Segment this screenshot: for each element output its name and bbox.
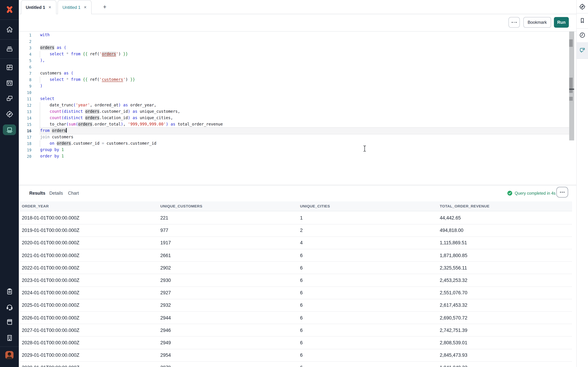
table-cell: 2932 — [160, 303, 300, 308]
table-cell: 6 — [300, 303, 440, 308]
code-line-9[interactable]: 9) — [19, 83, 576, 89]
code-line-4[interactable]: 4 select * from {{ ref('orders') }} — [19, 51, 576, 57]
column-header[interactable]: TOTAL_ORDER_REVENUE — [440, 204, 572, 208]
table-cell: 2954 — [160, 352, 300, 358]
code-text: order by 1 — [40, 153, 64, 159]
table-cell: 494,818.00 — [440, 228, 572, 233]
scrollbar-thumb[interactable] — [569, 77, 573, 93]
close-icon[interactable]: ✕ — [84, 6, 87, 9]
indent-guide — [40, 51, 40, 57]
more-options-button[interactable] — [509, 17, 520, 28]
archive-icon[interactable] — [6, 45, 13, 53]
code-line-16[interactable]: 16from orders — [19, 127, 576, 134]
line-number: 13 — [19, 108, 31, 115]
table-header: ORDER_YEARUNIQUE_CUSTOMERSUNIQUE_CITIEST… — [20, 201, 572, 211]
history-clock-icon[interactable] — [579, 32, 586, 39]
close-icon[interactable]: ✕ — [48, 6, 51, 9]
user-avatar[interactable] — [5, 351, 14, 359]
code-line-6[interactable]: 6 — [19, 64, 576, 70]
line-number: 16 — [19, 127, 31, 134]
ellipsis-icon — [512, 22, 517, 23]
code-line-20[interactable]: 20order by 1 — [19, 153, 576, 159]
table-cell: 6 — [300, 290, 440, 295]
table-cell: 6 — [300, 365, 440, 367]
new-tab-button[interactable]: + — [100, 0, 110, 14]
code-text: count(distinct orders.location_id) as un… — [40, 115, 173, 121]
headset-icon[interactable] — [6, 303, 13, 311]
building-icon[interactable] — [6, 334, 13, 342]
table-cell: 977 — [160, 228, 300, 233]
table-row[interactable]: 2027-01-01T00:00:00.000Z294662,742,751.3… — [20, 324, 572, 336]
tab-untitled-1[interactable]: Untitled 1 ✕ — [21, 0, 56, 14]
bookmark-button[interactable]: Bookmark — [523, 17, 551, 28]
code-line-12[interactable]: 12 date_trunc('year', ordered_at) as ord… — [19, 102, 576, 108]
tab-chart[interactable]: Chart — [68, 185, 79, 201]
indent-guide — [40, 115, 40, 121]
table-cell: 2927 — [160, 290, 300, 295]
tab-details[interactable]: Details — [49, 185, 63, 201]
table-row[interactable]: 2023-01-01T00:00:00.000Z293062,453,253.3… — [20, 274, 572, 287]
line-number: 8 — [19, 76, 31, 83]
code-text: with — [40, 32, 50, 38]
hex-logo[interactable] — [6, 6, 13, 14]
column-header[interactable]: ORDER_YEAR — [22, 204, 160, 208]
table-row[interactable]: 2028-01-01T00:00:00.000Z294962,808,539.0… — [20, 337, 572, 349]
sql-editor[interactable]: 1with23orders as (4 select * from {{ ref… — [19, 32, 576, 184]
code-line-11[interactable]: 11select — [19, 96, 576, 102]
table-row[interactable]: 2025-01-01T00:00:00.000Z293262,617,453.3… — [20, 299, 572, 312]
code-text: ), — [40, 57, 45, 64]
line-number: 7 — [19, 70, 31, 76]
table-cell: 2,617,453.32 — [440, 303, 572, 308]
table-cell: 6 — [300, 278, 440, 283]
table-cell: 2022-01-01T00:00:00.000Z — [22, 265, 160, 271]
table-row[interactable]: 2026-01-01T00:00:00.000Z294462,690,570.7… — [20, 312, 572, 324]
code-line-1[interactable]: 1with — [19, 32, 576, 38]
table-row[interactable]: 2029-01-01T00:00:00.000Z295462,845,473.9… — [20, 349, 572, 361]
clipboard-icon[interactable] — [6, 288, 13, 295]
compass-icon[interactable] — [579, 3, 586, 10]
grid-icon[interactable] — [6, 63, 13, 71]
tab-bar: Untitled 1 ✕ Untitled 1 ✕ + — [19, 0, 576, 14]
table-row[interactable]: 2024-01-01T00:00:00.000Z292762,551,076.7… — [20, 287, 572, 299]
tab-untitled-2[interactable]: Untitled 1 ✕ — [58, 0, 92, 14]
table-cell: 2946 — [160, 328, 300, 333]
compass-icon[interactable] — [6, 110, 13, 118]
tab-results[interactable]: Results — [29, 185, 45, 201]
table-cell: 2930 — [160, 278, 300, 283]
code-line-14[interactable]: 14 count(distinct orders.location_id) as… — [19, 115, 576, 121]
code-line-8[interactable]: 8 select * from {{ ref('customers') }} — [19, 76, 576, 83]
tab-label: Untitled 1 — [62, 5, 80, 10]
code-line-5[interactable]: 5), — [19, 57, 576, 64]
code-line-10[interactable]: 10 — [19, 89, 576, 96]
code-line-15[interactable]: 15 to_char(sum(orders.order_total), '999… — [19, 121, 576, 127]
column-header[interactable]: UNIQUE_CITIES — [300, 204, 440, 208]
table-cell: 6 — [300, 315, 440, 320]
results-more-button[interactable] — [556, 187, 568, 198]
code-line-7[interactable]: 7customers as ( — [19, 70, 576, 76]
ellipsis-icon — [560, 192, 565, 193]
home-icon[interactable] — [6, 25, 13, 33]
code-window-icon[interactable] — [6, 79, 13, 87]
table-row[interactable]: 2020-01-01T00:00:00.000Z191741,115,869.5… — [20, 237, 572, 249]
code-line-19[interactable]: 19group by 1 — [19, 147, 576, 153]
code-line-3[interactable]: 3orders as ( — [19, 44, 576, 51]
column-header[interactable]: UNIQUE_CUSTOMERS — [160, 204, 300, 208]
windows-icon[interactable] — [6, 95, 13, 102]
table-row[interactable]: 2022-01-01T00:00:00.000Z290262,325,556.1… — [20, 262, 572, 274]
code-line-18[interactable]: 18 on orders.customer_id = customers.cus… — [19, 140, 576, 147]
table-row[interactable]: 2030-01-01T00:00:00.000Z287961,841,049.3… — [20, 362, 572, 367]
scrollbar-cursor-marker — [569, 89, 574, 90]
code-line-13[interactable]: 13 count(distinct orders.customer_id) as… — [19, 108, 576, 115]
table-row[interactable]: 2019-01-01T00:00:00.000Z9772494,818.00 — [20, 224, 572, 237]
book-icon[interactable] — [6, 318, 13, 326]
table-cell: 2020-01-01T00:00:00.000Z — [22, 240, 160, 246]
table-row[interactable]: 2021-01-01T00:00:00.000Z266161,871,800.8… — [20, 249, 572, 262]
ai-chat-section[interactable] — [577, 42, 588, 58]
bookmark-icon[interactable] — [579, 17, 586, 24]
table-row[interactable]: 2018-01-01T00:00:00.000Z221144,442.65 — [20, 212, 572, 224]
sidebar-item-computer-active[interactable] — [3, 125, 16, 135]
run-button[interactable]: Run — [554, 17, 569, 28]
code-line-2[interactable]: 2 — [19, 38, 576, 44]
code-line-17[interactable]: 17join customers — [19, 134, 576, 140]
editor-scrollbar[interactable] — [569, 32, 574, 141]
